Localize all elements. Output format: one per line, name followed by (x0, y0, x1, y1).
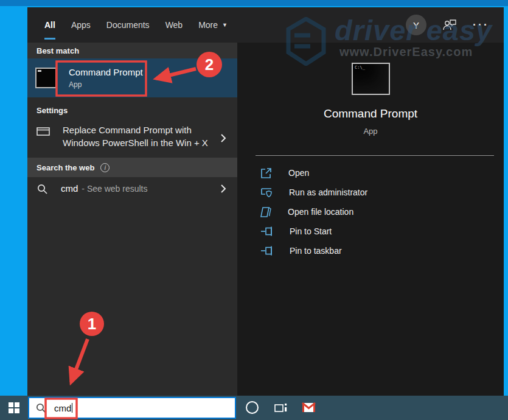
pin-icon (260, 226, 273, 237)
settings-section-header: Settings (27, 97, 237, 119)
admin-shield-icon (260, 187, 273, 198)
action-run-as-administrator[interactable]: Run as administrator (237, 183, 504, 202)
search-the-web-label: Search the web (37, 163, 94, 172)
action-run-admin-label: Run as administrator (289, 187, 367, 197)
tab-documents-label: Documents (106, 20, 150, 30)
pin-icon (260, 245, 273, 256)
desktop-top-edge (0, 0, 508, 6)
tab-apps[interactable]: Apps (71, 7, 91, 43)
tab-documents[interactable]: Documents (106, 7, 150, 43)
tab-all[interactable]: All (44, 7, 55, 43)
tab-web-label: Web (165, 20, 183, 30)
search-filter-tabbar: All Apps Documents Web More ▼ Y ··· (27, 7, 504, 43)
search-results-list: Best match Command Prompt App Settings R… (27, 43, 237, 396)
tab-more-label: More (198, 20, 218, 30)
more-options-button[interactable]: ··· (473, 19, 489, 32)
search-the-web-header: Search the web i (27, 158, 237, 177)
tab-all-label: All (44, 20, 55, 30)
settings-result-label: Replace Command Prompt with Windows Powe… (63, 124, 208, 149)
action-pin-to-start[interactable]: Pin to Start (237, 222, 504, 241)
action-pin-to-taskbar[interactable]: Pin to taskbar (237, 241, 504, 261)
action-open[interactable]: Open (237, 163, 504, 183)
start-button[interactable] (0, 396, 27, 420)
user-avatar[interactable]: Y (406, 15, 426, 35)
preview-subtitle: App (237, 127, 504, 136)
best-match-header: Best match (27, 43, 237, 58)
web-search-result-cmd[interactable]: cmd- See web results (27, 177, 237, 200)
file-location-icon (260, 206, 271, 218)
text-cursor (72, 403, 72, 413)
best-match-subtitle: App (69, 80, 143, 89)
action-pin-to-taskbar-label: Pin to taskbar (290, 246, 342, 256)
taskbar-search-box[interactable]: cmd (28, 397, 236, 419)
gmail-icon[interactable] (302, 402, 316, 413)
command-prompt-icon (35, 68, 57, 88)
search-icon (35, 402, 47, 414)
settings-result-replace-cmd[interactable]: Replace Command Prompt with Windows Powe… (27, 119, 237, 158)
cortana-icon[interactable] (246, 401, 259, 414)
console-window-icon (37, 126, 50, 137)
info-icon[interactable]: i (100, 163, 110, 172)
chevron-right-icon[interactable] (220, 133, 226, 143)
best-match-header-label: Best match (37, 46, 79, 55)
active-tab-underline (44, 38, 55, 40)
taskbar-search-input[interactable]: cmd (54, 403, 71, 413)
action-open-file-location[interactable]: Open file location (237, 202, 504, 222)
tab-web[interactable]: Web (165, 7, 183, 43)
action-open-label: Open (288, 168, 309, 178)
chevron-right-icon[interactable] (220, 184, 226, 194)
windows-logo-icon (9, 402, 19, 413)
best-match-result-command-prompt[interactable]: Command Prompt App (27, 58, 237, 97)
start-search-flyout: All Apps Documents Web More ▼ Y ··· (27, 7, 504, 396)
action-pin-to-start-label: Pin to Start (290, 226, 332, 236)
action-open-file-location-label: Open file location (288, 207, 353, 217)
best-match-title: Command Prompt (69, 67, 143, 77)
web-result-label: cmd- See web results (61, 183, 148, 194)
taskbar: cmd (0, 396, 508, 420)
preview-pane: C:\_ Command Prompt App Open Run as admi… (237, 43, 504, 396)
preview-title: Command Prompt (237, 107, 504, 121)
feedback-icon[interactable] (442, 18, 457, 32)
tab-more[interactable]: More ▼ (198, 7, 228, 43)
context-actions: Open Run as administrator Open file loca… (237, 163, 504, 261)
chevron-down-icon: ▼ (222, 22, 228, 28)
open-icon (260, 167, 272, 179)
command-prompt-icon-large: C:\_ (352, 63, 390, 95)
divider (256, 155, 494, 156)
task-view-icon[interactable] (274, 402, 288, 414)
tab-apps-label: Apps (71, 20, 91, 30)
search-icon (37, 183, 48, 195)
